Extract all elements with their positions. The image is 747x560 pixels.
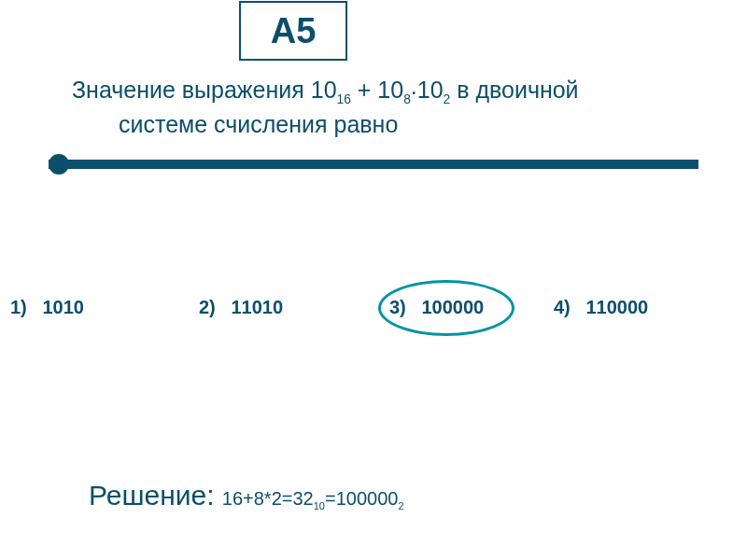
option-value: 100000 <box>421 297 484 317</box>
option-value: 110000 <box>585 297 648 317</box>
task-badge-label: А5 <box>271 11 317 51</box>
divider-line <box>49 160 698 169</box>
q-sub: 16 <box>337 92 351 106</box>
option-2: 2) 11010 <box>199 297 283 318</box>
option-number: 4) <box>554 297 571 317</box>
answer-options: 1) 1010 2) 11010 3) 100000 4) 110000 <box>0 280 747 336</box>
question-text: Значение выражения 1016 + 108 · 102 в дв… <box>72 75 679 140</box>
solution-sub: 10 <box>314 500 325 511</box>
solution-expr: 16+8*2=32 <box>222 488 314 509</box>
solution-label: Решение: <box>89 480 222 511</box>
option-number: 1) <box>10 297 27 317</box>
solution-expr: =100000 <box>325 488 398 509</box>
q-dot: · <box>411 77 417 108</box>
divider-dot-icon <box>49 154 69 175</box>
option-3: 3) 100000 <box>389 297 484 318</box>
option-number: 2) <box>199 297 216 317</box>
option-value: 11010 <box>231 297 283 317</box>
q-part: + 10 <box>351 77 403 103</box>
solution-text: Решение: 16+8*2=3210=1000002 <box>89 480 404 511</box>
q-line2: системе счисления равно <box>72 109 679 141</box>
option-4: 4) 110000 <box>554 297 648 318</box>
q-part: в двоичной <box>450 77 578 103</box>
q-part: 10 <box>417 77 444 103</box>
q-part: Значение выражения 10 <box>72 77 337 103</box>
solution-sub: 2 <box>398 500 403 511</box>
option-number: 3) <box>389 297 406 317</box>
q-sub: 8 <box>403 92 411 106</box>
option-1: 1) 1010 <box>10 297 84 318</box>
divider-bar <box>49 154 698 175</box>
option-value: 1010 <box>42 297 84 317</box>
task-badge: А5 <box>239 1 347 61</box>
